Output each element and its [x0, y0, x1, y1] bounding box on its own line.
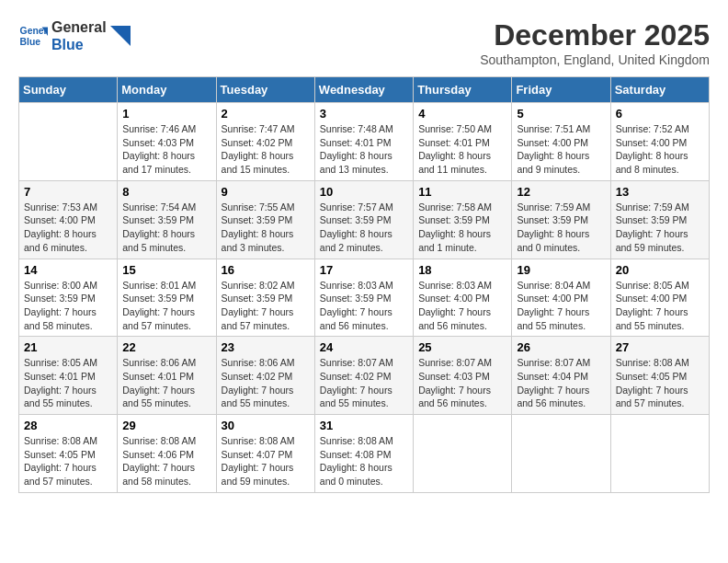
calendar-cell: 24Sunrise: 8:07 AM Sunset: 4:02 PM Dayli… — [314, 337, 413, 415]
day-number: 12 — [517, 185, 605, 199]
calendar-cell: 29Sunrise: 8:08 AM Sunset: 4:06 PM Dayli… — [118, 415, 216, 493]
day-info: Sunrise: 7:58 AM Sunset: 3:59 PM Dayligh… — [418, 201, 506, 255]
day-info: Sunrise: 8:08 AM Sunset: 4:07 PM Dayligh… — [222, 434, 310, 488]
day-info: Sunrise: 8:07 AM Sunset: 4:03 PM Dayligh… — [418, 356, 506, 410]
header-monday: Monday — [118, 77, 216, 103]
logo-blue: Blue — [51, 36, 107, 53]
calendar-cell: 16Sunrise: 8:02 AM Sunset: 3:59 PM Dayli… — [216, 259, 314, 337]
day-number: 14 — [24, 263, 112, 277]
day-info: Sunrise: 8:08 AM Sunset: 4:08 PM Dayligh… — [320, 434, 408, 488]
day-info: Sunrise: 7:57 AM Sunset: 3:59 PM Dayligh… — [320, 201, 408, 255]
day-number: 17 — [320, 263, 408, 277]
calendar-cell: 30Sunrise: 8:08 AM Sunset: 4:07 PM Dayli… — [216, 415, 314, 493]
day-number: 21 — [24, 340, 112, 354]
day-number: 18 — [418, 263, 506, 277]
calendar-cell: 13Sunrise: 7:59 AM Sunset: 3:59 PM Dayli… — [610, 180, 709, 259]
day-info: Sunrise: 8:00 AM Sunset: 3:59 PM Dayligh… — [24, 279, 112, 333]
day-info: Sunrise: 8:08 AM Sunset: 4:05 PM Dayligh… — [616, 356, 704, 410]
day-info: Sunrise: 7:51 AM Sunset: 4:00 PM Dayligh… — [517, 122, 605, 177]
calendar-cell: 15Sunrise: 8:01 AM Sunset: 3:59 PM Dayli… — [118, 259, 216, 337]
day-number: 9 — [222, 185, 310, 199]
calendar-cell: 3Sunrise: 7:48 AM Sunset: 4:01 PM Daylig… — [314, 103, 413, 181]
logo: General Blue General Blue — [18, 18, 131, 53]
day-number: 3 — [320, 107, 408, 121]
calendar-cell: 26Sunrise: 8:07 AM Sunset: 4:04 PM Dayli… — [512, 337, 610, 415]
calendar-cell: 10Sunrise: 7:57 AM Sunset: 3:59 PM Dayli… — [314, 180, 413, 259]
calendar-cell: 9Sunrise: 7:55 AM Sunset: 3:59 PM Daylig… — [216, 180, 314, 259]
calendar-cell: 18Sunrise: 8:03 AM Sunset: 4:00 PM Dayli… — [414, 259, 512, 337]
day-info: Sunrise: 7:50 AM Sunset: 4:01 PM Dayligh… — [418, 122, 506, 177]
page-header: General Blue General Blue December 2025 … — [18, 18, 710, 67]
header-thursday: Thursday — [414, 77, 512, 103]
calendar-cell: 20Sunrise: 8:05 AM Sunset: 4:00 PM Dayli… — [610, 259, 709, 337]
calendar-cell: 21Sunrise: 8:05 AM Sunset: 4:01 PM Dayli… — [19, 337, 118, 415]
day-info: Sunrise: 8:06 AM Sunset: 4:02 PM Dayligh… — [222, 356, 310, 410]
location: Southampton, England, United Kingdom — [480, 52, 710, 67]
day-info: Sunrise: 8:03 AM Sunset: 3:59 PM Dayligh… — [320, 279, 408, 333]
calendar-cell: 4Sunrise: 7:50 AM Sunset: 4:01 PM Daylig… — [414, 103, 512, 181]
header-row: SundayMondayTuesdayWednesdayThursdayFrid… — [19, 77, 710, 103]
day-info: Sunrise: 8:07 AM Sunset: 4:04 PM Dayligh… — [517, 356, 605, 410]
day-info: Sunrise: 8:06 AM Sunset: 4:01 PM Dayligh… — [122, 356, 210, 410]
day-info: Sunrise: 7:59 AM Sunset: 3:59 PM Dayligh… — [616, 201, 704, 255]
calendar-cell: 17Sunrise: 8:03 AM Sunset: 3:59 PM Dayli… — [314, 259, 413, 337]
day-info: Sunrise: 8:04 AM Sunset: 4:00 PM Dayligh… — [517, 279, 605, 333]
day-number: 7 — [24, 185, 112, 199]
calendar-header: SundayMondayTuesdayWednesdayThursdayFrid… — [19, 77, 710, 103]
day-info: Sunrise: 8:08 AM Sunset: 4:06 PM Dayligh… — [122, 434, 210, 488]
week-row-1: 7Sunrise: 7:53 AM Sunset: 4:00 PM Daylig… — [19, 180, 710, 259]
day-number: 27 — [616, 340, 704, 354]
day-info: Sunrise: 8:03 AM Sunset: 4:00 PM Dayligh… — [418, 279, 506, 333]
day-info: Sunrise: 8:01 AM Sunset: 3:59 PM Dayligh… — [122, 279, 210, 333]
calendar-body: 1Sunrise: 7:46 AM Sunset: 4:03 PM Daylig… — [19, 103, 710, 493]
day-info: Sunrise: 7:48 AM Sunset: 4:01 PM Dayligh… — [320, 122, 408, 177]
day-number: 13 — [616, 185, 704, 199]
calendar-cell: 2Sunrise: 7:47 AM Sunset: 4:02 PM Daylig… — [216, 103, 314, 181]
calendar-cell — [414, 415, 512, 493]
calendar-cell — [610, 415, 709, 493]
calendar-cell: 7Sunrise: 7:53 AM Sunset: 4:00 PM Daylig… — [19, 180, 118, 259]
day-info: Sunrise: 7:54 AM Sunset: 3:59 PM Dayligh… — [122, 201, 210, 255]
logo-general: General — [51, 18, 107, 36]
day-number: 2 — [222, 107, 310, 121]
day-number: 20 — [616, 263, 704, 277]
week-row-2: 14Sunrise: 8:00 AM Sunset: 3:59 PM Dayli… — [19, 259, 710, 337]
calendar-cell: 23Sunrise: 8:06 AM Sunset: 4:02 PM Dayli… — [216, 337, 314, 415]
day-number: 23 — [222, 340, 310, 354]
calendar-cell: 14Sunrise: 8:00 AM Sunset: 3:59 PM Dayli… — [19, 259, 118, 337]
day-number: 11 — [418, 185, 506, 199]
week-row-0: 1Sunrise: 7:46 AM Sunset: 4:03 PM Daylig… — [19, 103, 710, 181]
day-info: Sunrise: 7:59 AM Sunset: 3:59 PM Dayligh… — [517, 201, 605, 255]
day-number: 10 — [320, 185, 408, 199]
day-number: 29 — [122, 419, 210, 432]
calendar-cell — [19, 103, 118, 181]
week-row-4: 28Sunrise: 8:08 AM Sunset: 4:05 PM Dayli… — [19, 415, 710, 493]
day-info: Sunrise: 8:05 AM Sunset: 4:01 PM Dayligh… — [24, 356, 112, 410]
day-number: 6 — [616, 107, 704, 121]
calendar-cell: 28Sunrise: 8:08 AM Sunset: 4:05 PM Dayli… — [19, 415, 118, 493]
day-number: 5 — [517, 107, 605, 121]
calendar-cell: 6Sunrise: 7:52 AM Sunset: 4:00 PM Daylig… — [610, 103, 709, 181]
calendar-cell: 22Sunrise: 8:06 AM Sunset: 4:01 PM Dayli… — [118, 337, 216, 415]
header-tuesday: Tuesday — [216, 77, 314, 103]
day-number: 28 — [24, 419, 112, 432]
header-wednesday: Wednesday — [314, 77, 413, 103]
day-info: Sunrise: 7:52 AM Sunset: 4:00 PM Dayligh… — [616, 122, 704, 177]
day-number: 1 — [122, 107, 210, 121]
svg-marker-3 — [110, 26, 131, 46]
week-row-3: 21Sunrise: 8:05 AM Sunset: 4:01 PM Dayli… — [19, 337, 710, 415]
calendar-cell: 19Sunrise: 8:04 AM Sunset: 4:00 PM Dayli… — [512, 259, 610, 337]
day-number: 30 — [222, 419, 310, 432]
day-info: Sunrise: 7:47 AM Sunset: 4:02 PM Dayligh… — [222, 122, 310, 177]
calendar-cell — [512, 415, 610, 493]
title-block: December 2025 Southampton, England, Unit… — [480, 18, 710, 67]
calendar-cell: 12Sunrise: 7:59 AM Sunset: 3:59 PM Dayli… — [512, 180, 610, 259]
header-sunday: Sunday — [19, 77, 118, 103]
day-info: Sunrise: 8:05 AM Sunset: 4:00 PM Dayligh… — [616, 279, 704, 333]
logo-arrow-icon — [110, 26, 131, 46]
calendar-cell: 1Sunrise: 7:46 AM Sunset: 4:03 PM Daylig… — [118, 103, 216, 181]
day-number: 15 — [122, 263, 210, 277]
day-number: 26 — [517, 340, 605, 354]
logo-icon: General Blue — [18, 21, 48, 51]
header-saturday: Saturday — [610, 77, 709, 103]
